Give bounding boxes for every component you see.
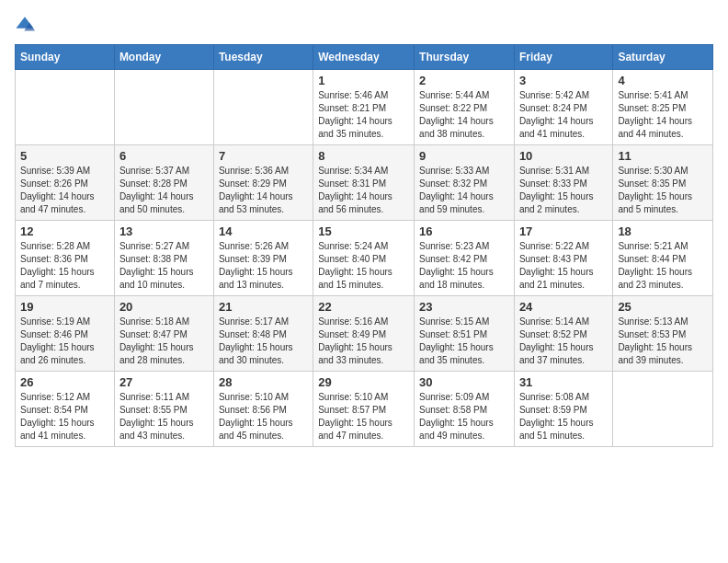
day-info: Sunrise: 5:12 AMSunset: 8:54 PMDaylight:… xyxy=(20,391,109,442)
day-cell: 24Sunrise: 5:14 AMSunset: 8:52 PMDayligh… xyxy=(514,296,612,372)
day-number: 21 xyxy=(219,300,308,314)
day-number: 24 xyxy=(519,300,608,314)
day-cell: 21Sunrise: 5:17 AMSunset: 8:48 PMDayligh… xyxy=(213,296,313,372)
day-info: Sunrise: 5:44 AMSunset: 8:22 PMDaylight:… xyxy=(419,89,509,141)
day-cell: 28Sunrise: 5:10 AMSunset: 8:56 PMDayligh… xyxy=(213,372,313,447)
week-row-1: 1Sunrise: 5:46 AMSunset: 8:21 PMDaylight… xyxy=(16,70,713,145)
day-info: Sunrise: 5:10 AMSunset: 8:56 PMDaylight:… xyxy=(219,391,308,442)
day-info: Sunrise: 5:16 AMSunset: 8:49 PMDaylight:… xyxy=(318,316,409,367)
day-cell: 20Sunrise: 5:18 AMSunset: 8:47 PMDayligh… xyxy=(114,296,213,372)
week-row-5: 26Sunrise: 5:12 AMSunset: 8:54 PMDayligh… xyxy=(16,372,713,447)
day-cell: 9Sunrise: 5:33 AMSunset: 8:32 PMDaylight… xyxy=(415,145,515,221)
day-info: Sunrise: 5:34 AMSunset: 8:31 PMDaylight:… xyxy=(318,165,409,216)
logo xyxy=(15,15,39,35)
day-cell: 26Sunrise: 5:12 AMSunset: 8:54 PMDayligh… xyxy=(16,372,115,447)
day-info: Sunrise: 5:36 AMSunset: 8:29 PMDaylight:… xyxy=(219,165,308,216)
day-cell: 4Sunrise: 5:41 AMSunset: 8:25 PMDaylight… xyxy=(613,70,713,145)
day-info: Sunrise: 5:28 AMSunset: 8:36 PMDaylight:… xyxy=(20,240,109,292)
day-info: Sunrise: 5:14 AMSunset: 8:52 PMDaylight:… xyxy=(519,316,608,367)
day-cell xyxy=(613,372,713,447)
day-cell: 13Sunrise: 5:27 AMSunset: 8:38 PMDayligh… xyxy=(114,221,213,296)
weekday-header-row: SundayMondayTuesdayWednesdayThursdayFrid… xyxy=(16,45,713,70)
day-info: Sunrise: 5:09 AMSunset: 8:58 PMDaylight:… xyxy=(419,391,509,442)
day-number: 4 xyxy=(618,74,708,87)
weekday-header-thursday: Thursday xyxy=(415,45,515,70)
day-info: Sunrise: 5:31 AMSunset: 8:33 PMDaylight:… xyxy=(519,165,608,216)
day-cell: 29Sunrise: 5:10 AMSunset: 8:57 PMDayligh… xyxy=(313,372,415,447)
day-number: 8 xyxy=(318,149,409,163)
weekday-header-monday: Monday xyxy=(114,45,213,70)
day-info: Sunrise: 5:19 AMSunset: 8:46 PMDaylight:… xyxy=(20,316,109,367)
day-number: 27 xyxy=(119,375,209,389)
day-number: 13 xyxy=(119,224,209,238)
day-number: 29 xyxy=(318,375,409,389)
day-cell xyxy=(114,70,213,145)
day-number: 18 xyxy=(618,224,708,238)
day-info: Sunrise: 5:27 AMSunset: 8:38 PMDaylight:… xyxy=(119,240,209,292)
page-header xyxy=(15,15,713,35)
day-cell: 23Sunrise: 5:15 AMSunset: 8:51 PMDayligh… xyxy=(415,296,515,372)
week-row-2: 5Sunrise: 5:39 AMSunset: 8:26 PMDaylight… xyxy=(16,145,713,221)
day-info: Sunrise: 5:15 AMSunset: 8:51 PMDaylight:… xyxy=(419,316,509,367)
day-number: 6 xyxy=(119,149,209,163)
day-cell: 16Sunrise: 5:23 AMSunset: 8:42 PMDayligh… xyxy=(415,221,515,296)
day-number: 28 xyxy=(219,375,308,389)
weekday-header-saturday: Saturday xyxy=(613,45,713,70)
weekday-header-sunday: Sunday xyxy=(16,45,115,70)
day-cell: 6Sunrise: 5:37 AMSunset: 8:28 PMDaylight… xyxy=(114,145,213,221)
day-cell: 11Sunrise: 5:30 AMSunset: 8:35 PMDayligh… xyxy=(613,145,713,221)
day-number: 10 xyxy=(519,149,608,163)
day-cell: 10Sunrise: 5:31 AMSunset: 8:33 PMDayligh… xyxy=(514,145,612,221)
day-info: Sunrise: 5:26 AMSunset: 8:39 PMDaylight:… xyxy=(219,240,308,292)
day-number: 2 xyxy=(419,74,509,87)
day-info: Sunrise: 5:18 AMSunset: 8:47 PMDaylight:… xyxy=(119,316,209,367)
day-cell: 25Sunrise: 5:13 AMSunset: 8:53 PMDayligh… xyxy=(613,296,713,372)
logo-icon xyxy=(15,15,35,35)
day-info: Sunrise: 5:08 AMSunset: 8:59 PMDaylight:… xyxy=(519,391,608,442)
day-info: Sunrise: 5:24 AMSunset: 8:40 PMDaylight:… xyxy=(318,240,409,292)
day-number: 5 xyxy=(20,149,109,163)
day-info: Sunrise: 5:17 AMSunset: 8:48 PMDaylight:… xyxy=(219,316,308,367)
day-number: 11 xyxy=(618,149,708,163)
day-number: 30 xyxy=(419,375,509,389)
day-number: 22 xyxy=(318,300,409,314)
day-cell: 31Sunrise: 5:08 AMSunset: 8:59 PMDayligh… xyxy=(514,372,612,447)
day-number: 15 xyxy=(318,224,409,238)
day-cell: 17Sunrise: 5:22 AMSunset: 8:43 PMDayligh… xyxy=(514,221,612,296)
week-row-4: 19Sunrise: 5:19 AMSunset: 8:46 PMDayligh… xyxy=(16,296,713,372)
weekday-header-tuesday: Tuesday xyxy=(213,45,313,70)
day-cell: 12Sunrise: 5:28 AMSunset: 8:36 PMDayligh… xyxy=(16,221,115,296)
day-info: Sunrise: 5:23 AMSunset: 8:42 PMDaylight:… xyxy=(419,240,509,292)
day-cell: 15Sunrise: 5:24 AMSunset: 8:40 PMDayligh… xyxy=(313,221,415,296)
day-info: Sunrise: 5:39 AMSunset: 8:26 PMDaylight:… xyxy=(20,165,109,216)
day-cell: 2Sunrise: 5:44 AMSunset: 8:22 PMDaylight… xyxy=(415,70,515,145)
calendar-table: SundayMondayTuesdayWednesdayThursdayFrid… xyxy=(15,44,713,447)
day-cell xyxy=(16,70,115,145)
day-number: 14 xyxy=(219,224,308,238)
day-cell: 18Sunrise: 5:21 AMSunset: 8:44 PMDayligh… xyxy=(613,221,713,296)
weekday-header-friday: Friday xyxy=(514,45,612,70)
day-info: Sunrise: 5:13 AMSunset: 8:53 PMDaylight:… xyxy=(618,316,708,367)
day-number: 25 xyxy=(618,300,708,314)
day-cell: 14Sunrise: 5:26 AMSunset: 8:39 PMDayligh… xyxy=(213,221,313,296)
day-cell: 5Sunrise: 5:39 AMSunset: 8:26 PMDaylight… xyxy=(16,145,115,221)
day-info: Sunrise: 5:41 AMSunset: 8:25 PMDaylight:… xyxy=(618,89,708,141)
day-cell: 19Sunrise: 5:19 AMSunset: 8:46 PMDayligh… xyxy=(16,296,115,372)
day-number: 23 xyxy=(419,300,509,314)
day-cell: 3Sunrise: 5:42 AMSunset: 8:24 PMDaylight… xyxy=(514,70,612,145)
weekday-header-wednesday: Wednesday xyxy=(313,45,415,70)
day-cell: 8Sunrise: 5:34 AMSunset: 8:31 PMDaylight… xyxy=(313,145,415,221)
day-number: 17 xyxy=(519,224,608,238)
day-number: 1 xyxy=(318,74,409,87)
day-number: 7 xyxy=(219,149,308,163)
day-number: 20 xyxy=(119,300,209,314)
day-info: Sunrise: 5:22 AMSunset: 8:43 PMDaylight:… xyxy=(519,240,608,292)
day-info: Sunrise: 5:10 AMSunset: 8:57 PMDaylight:… xyxy=(318,391,409,442)
week-row-3: 12Sunrise: 5:28 AMSunset: 8:36 PMDayligh… xyxy=(16,221,713,296)
day-info: Sunrise: 5:11 AMSunset: 8:55 PMDaylight:… xyxy=(119,391,209,442)
day-number: 3 xyxy=(519,74,608,87)
day-info: Sunrise: 5:30 AMSunset: 8:35 PMDaylight:… xyxy=(618,165,708,216)
day-number: 12 xyxy=(20,224,109,238)
day-cell: 1Sunrise: 5:46 AMSunset: 8:21 PMDaylight… xyxy=(313,70,415,145)
day-info: Sunrise: 5:21 AMSunset: 8:44 PMDaylight:… xyxy=(618,240,708,292)
